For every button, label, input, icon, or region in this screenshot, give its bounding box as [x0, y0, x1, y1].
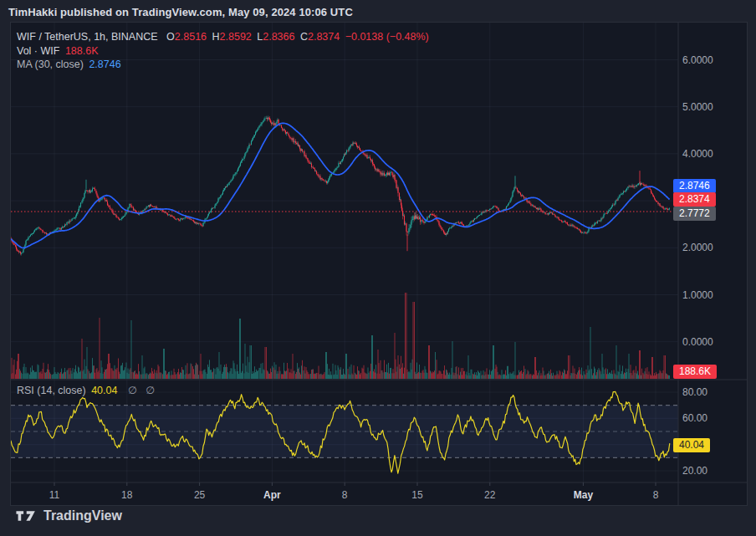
time-axis-label: 11: [49, 489, 59, 501]
symbol-legend[interactable]: WIF / TetherUS, 1h, BINANCE O2.8516 H2.8…: [17, 31, 432, 43]
prev-close-badge: 2.7772: [673, 207, 716, 221]
volume-value: 188.6K: [65, 45, 99, 57]
ohlc-open-label: O: [166, 31, 175, 43]
volume-legend[interactable]: Vol · WIF 188.6K: [17, 45, 101, 57]
price-axis-label: 6.0000: [682, 54, 713, 66]
ohlc-high-value: 2.8592: [220, 31, 252, 43]
volume-badge: 188.6K: [673, 365, 717, 379]
ma-price-badge: 2.8746: [673, 179, 716, 193]
rsi-value: 40.04: [91, 385, 117, 396]
time-axis-label: 15: [411, 489, 422, 501]
time-axis-label: 8: [342, 489, 348, 501]
price-axis-label: 60.00: [682, 412, 707, 424]
ma-value: 2.8746: [89, 59, 120, 70]
footer-brand[interactable]: TradingView: [15, 508, 122, 523]
time-axis-label: May: [574, 489, 593, 501]
last-price-badge: 2.8374: [673, 192, 716, 207]
rsi-settings-icon[interactable]: ∅: [146, 385, 155, 396]
ohlc-close-label: C: [300, 31, 308, 43]
ohlc-high-label: H: [212, 31, 220, 43]
time-axis-label: 8: [653, 489, 659, 501]
chart-canvas[interactable]: [0, 0, 756, 536]
ohlc-open-value: 2.8516: [175, 31, 207, 43]
price-axis-label: 2.0000: [682, 242, 713, 253]
rsi-label[interactable]: RSI (14, close): [17, 385, 86, 396]
ma-label[interactable]: MA (30, close): [17, 59, 84, 70]
price-axis-label: 4.0000: [682, 148, 713, 160]
footer-brand-text: TradingView: [43, 508, 122, 523]
volume-label[interactable]: Vol · WIF: [17, 45, 59, 57]
symbol-title[interactable]: WIF / TetherUS, 1h, BINANCE: [17, 31, 158, 43]
rsi-legend[interactable]: RSI (14, close) 40.04 ∅ ∅: [17, 384, 157, 396]
rsi-value-badge: 40.04: [673, 438, 710, 452]
price-axis-label: 0.0000: [682, 336, 713, 348]
time-axis-label: 25: [194, 489, 205, 501]
ma-legend[interactable]: MA (30, close) 2.8746: [17, 59, 124, 70]
price-axis-label: 5.0000: [682, 101, 713, 113]
tradingview-logo-icon: [15, 509, 37, 523]
time-axis-label: Apr: [263, 489, 281, 501]
ohlc-close-value: 2.8374: [308, 31, 340, 43]
price-axis-label: 80.00: [682, 386, 707, 398]
time-axis-label: 22: [484, 489, 495, 501]
price-axis-label: 20.00: [682, 465, 707, 477]
price-axis-label: 1.0000: [682, 289, 713, 301]
ohlc-low-value: 2.8366: [263, 31, 294, 43]
rsi-source-icon[interactable]: ∅: [128, 385, 137, 396]
time-axis-label: 18: [121, 489, 132, 501]
ohlc-change-value: −0.0138 (−0.48%): [345, 31, 429, 43]
tradingview-published-chart: TimHakki published on TradingView.com, M…: [0, 0, 756, 536]
